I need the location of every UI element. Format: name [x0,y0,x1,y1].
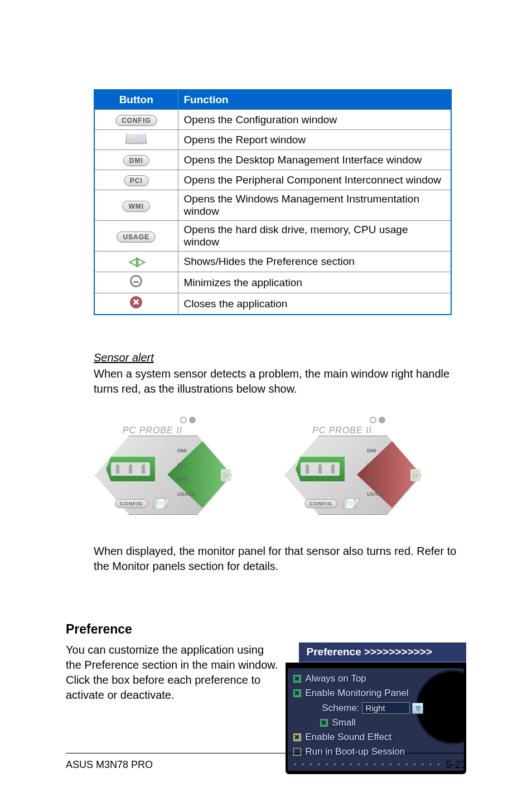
hex-label-pci: PCI [177,458,195,472]
fn-cell: Opens the Report window [178,130,451,150]
fn-cell: Closes the application [178,293,451,315]
table-row: Closes the application [94,293,451,315]
table-row: Opens the Report window [94,130,451,150]
pc-probe-normal: PC PROBE II DMI PCI WMI USAGE ▷ CONFIG 📄… [94,412,233,524]
preference-heading: Preference [66,622,466,637]
decorative-dots: • • • • • • • • • • • • • • • • • • • [292,759,460,769]
hex-label-usage: USAGE [177,487,195,501]
table-row: CONFIG Opens the Configuration window [94,110,451,130]
scheme-label: Scheme: [322,703,360,714]
report-button-icon [94,130,178,150]
pref-always-on-top[interactable]: Always on Top [292,671,460,686]
sensor-alert-para1: When a system sensor detects a problem, … [94,366,466,397]
pci-button-icon: PCI [94,170,178,190]
hex-label-wmi: WMI [177,472,195,487]
hex-title: PC PROBE II [123,426,182,436]
pref-label: Always on Top [306,673,366,684]
fn-cell: Shows/Hides the Preference section [178,252,451,272]
button-function-table: Button Function CONFIG Opens the Configu… [94,89,452,315]
preference-panel-title: Preference >>>>>>>>>>> [299,642,467,663]
expand-arrow-icon: ▷ [410,469,420,481]
pref-small[interactable]: Small [319,716,460,730]
hex-label-dmi: DMI [367,443,385,458]
pref-label: Run in Boot-up Session [306,746,405,757]
table-row: USAGE Opens the hard disk drive, memory,… [94,221,451,252]
pref-enable-monitoring[interactable]: Enable Monitoring Panel [292,686,460,700]
hex-monitor-icon [296,457,345,481]
pref-scheme-row: Scheme: Right ▽ [309,700,460,716]
table-row: ◁▷ Shows/Hides the Preference section [94,252,451,272]
config-button-icon: CONFIG [94,110,178,130]
table-row: WMI Opens the Windows Management Instrum… [94,190,451,221]
fn-cell: Opens the Desktop Management Interface w… [178,150,451,170]
pref-run-boot[interactable]: Run in Boot-up Session [292,745,460,759]
checkbox-icon[interactable] [293,748,301,756]
table-row: PCI Opens the Peripheral Component Inter… [94,170,451,190]
table-row: Minimizes the application [94,272,451,293]
fn-cell: Opens the hard disk drive, memory, CPU u… [178,221,451,252]
footer-left: ASUS M3N78 PRO [66,759,153,771]
hex-label-pci: PCI [367,458,385,472]
checkbox-icon[interactable] [293,689,301,697]
pref-label: Enable Monitoring Panel [306,688,409,698]
fn-cell: Minimizes the application [178,272,451,293]
fn-cell: Opens the Peripheral Component Interconn… [178,170,451,190]
hex-label-wmi: WMI [367,472,385,487]
pref-label: Enable Sound Effect [306,732,392,742]
minimize-icon [94,272,178,293]
toggle-pref-icon: ◁▷ [94,252,178,272]
th-button: Button [94,90,178,110]
wmi-button-icon: WMI [94,190,178,221]
hex-config-label: CONFIG [115,499,148,508]
pref-enable-sound[interactable]: Enable Sound Effect [292,730,460,745]
scheme-select[interactable]: Right [362,702,410,714]
close-icon [94,293,178,315]
hex-title: PC PROBE II [312,426,372,436]
fn-cell: Opens the Configuration window [178,110,451,130]
pref-label: Small [332,717,356,728]
preference-panel: Preference >>>>>>>>>>> Always on Top Ena… [286,642,467,774]
checkbox-icon[interactable] [320,719,328,727]
hex-monitor-icon [106,457,155,481]
hex-label-usage: USAGE [367,487,385,501]
sensor-alert-para2: When displayed, the monitor panel for th… [94,544,466,574]
checkbox-icon[interactable] [293,733,301,741]
th-function: Function [178,90,451,110]
expand-arrow-icon: ▷ [221,469,231,481]
illustration-row: PC PROBE II DMI PCI WMI USAGE ▷ CONFIG 📄… [94,412,466,524]
fn-cell: Opens the Windows Management Instrumenta… [178,190,451,221]
hex-config-label: CONFIG [304,499,337,508]
usage-button-icon: USAGE [94,221,178,252]
dropdown-icon[interactable]: ▽ [412,703,423,714]
sensor-alert-heading: Sensor alert [94,351,466,364]
checkbox-icon[interactable] [293,675,301,683]
dmi-button-icon: DMI [94,150,178,170]
table-row: DMI Opens the Desktop Management Interfa… [94,150,451,170]
pc-probe-alert: PC PROBE II DMI PCI WMI USAGE ▷ CONFIG 📄… [283,412,423,524]
hex-label-dmi: DMI [177,443,195,458]
